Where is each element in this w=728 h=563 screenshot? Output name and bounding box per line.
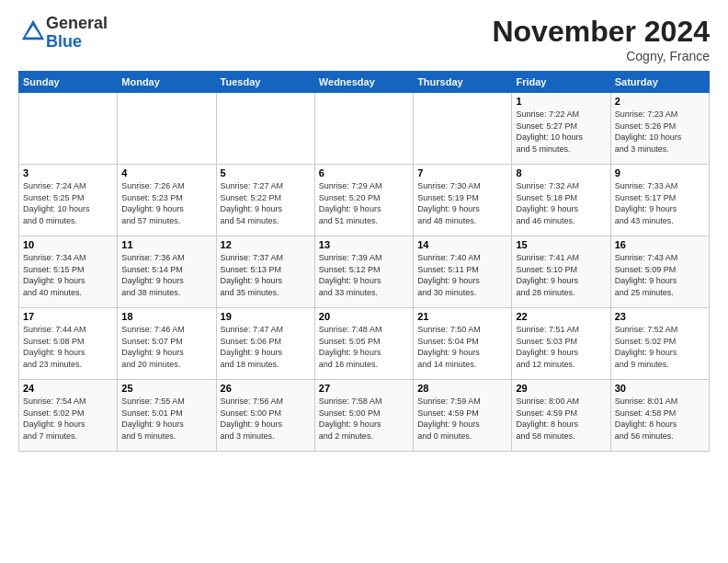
col-friday: Friday <box>512 72 610 93</box>
day-number: 28 <box>417 383 507 394</box>
day-info: Sunrise: 7:59 AM Sunset: 4:59 PM Dayligh… <box>417 396 507 442</box>
week-row-2: 3Sunrise: 7:24 AM Sunset: 5:25 PM Daylig… <box>19 165 710 236</box>
day-number: 26 <box>221 383 311 394</box>
day-number: 11 <box>121 239 211 250</box>
col-thursday: Thursday <box>414 72 512 93</box>
day-number: 12 <box>221 239 311 250</box>
day-number: 15 <box>516 239 606 250</box>
day-info: Sunrise: 7:43 AM Sunset: 5:09 PM Dayligh… <box>615 252 705 298</box>
day-number: 1 <box>516 96 606 107</box>
day-cell-2-4: 14Sunrise: 7:40 AM Sunset: 5:11 PM Dayli… <box>414 236 512 308</box>
calendar-table: Sunday Monday Tuesday Wednesday Thursday… <box>18 71 710 452</box>
day-info: Sunrise: 7:36 AM Sunset: 5:14 PM Dayligh… <box>121 252 211 298</box>
day-cell-1-5: 8Sunrise: 7:32 AM Sunset: 5:18 PM Daylig… <box>512 165 610 236</box>
col-sunday: Sunday <box>19 72 118 93</box>
day-info: Sunrise: 7:51 AM Sunset: 5:03 PM Dayligh… <box>516 324 606 370</box>
day-cell-0-4 <box>414 93 512 165</box>
logo-text: General Blue <box>46 15 108 52</box>
col-saturday: Saturday <box>610 72 709 93</box>
day-number: 22 <box>516 311 606 322</box>
day-cell-2-0: 10Sunrise: 7:34 AM Sunset: 5:15 PM Dayli… <box>19 236 118 308</box>
day-info: Sunrise: 7:32 AM Sunset: 5:18 PM Dayligh… <box>516 180 606 226</box>
col-monday: Monday <box>118 72 216 93</box>
day-info: Sunrise: 7:56 AM Sunset: 5:00 PM Dayligh… <box>221 396 311 442</box>
day-number: 10 <box>23 239 113 250</box>
day-cell-1-3: 6Sunrise: 7:29 AM Sunset: 5:20 PM Daylig… <box>314 165 413 236</box>
day-cell-4-0: 24Sunrise: 7:54 AM Sunset: 5:02 PM Dayli… <box>19 380 118 452</box>
day-cell-0-0 <box>19 93 118 165</box>
day-cell-3-3: 20Sunrise: 7:48 AM Sunset: 5:05 PM Dayli… <box>314 308 413 380</box>
day-info: Sunrise: 7:48 AM Sunset: 5:05 PM Dayligh… <box>319 324 409 370</box>
day-number: 19 <box>221 311 311 322</box>
week-row-4: 17Sunrise: 7:44 AM Sunset: 5:08 PM Dayli… <box>19 308 710 380</box>
day-info: Sunrise: 7:47 AM Sunset: 5:06 PM Dayligh… <box>221 324 311 370</box>
day-info: Sunrise: 8:00 AM Sunset: 4:59 PM Dayligh… <box>516 396 606 442</box>
day-number: 13 <box>319 239 409 250</box>
day-cell-3-1: 18Sunrise: 7:46 AM Sunset: 5:07 PM Dayli… <box>118 308 216 380</box>
logo: General Blue <box>18 15 108 52</box>
day-number: 24 <box>23 383 113 394</box>
week-row-5: 24Sunrise: 7:54 AM Sunset: 5:02 PM Dayli… <box>19 380 710 452</box>
day-info: Sunrise: 7:27 AM Sunset: 5:22 PM Dayligh… <box>221 180 311 226</box>
day-info: Sunrise: 7:37 AM Sunset: 5:13 PM Dayligh… <box>221 252 311 298</box>
day-info: Sunrise: 7:50 AM Sunset: 5:04 PM Dayligh… <box>417 324 507 370</box>
day-info: Sunrise: 7:29 AM Sunset: 5:20 PM Dayligh… <box>319 180 409 226</box>
day-info: Sunrise: 7:22 AM Sunset: 5:27 PM Dayligh… <box>516 109 606 155</box>
location: Cogny, France <box>492 49 710 63</box>
day-number: 17 <box>23 311 113 322</box>
day-cell-3-4: 21Sunrise: 7:50 AM Sunset: 5:04 PM Dayli… <box>414 308 512 380</box>
day-cell-0-6: 2Sunrise: 7:23 AM Sunset: 5:26 PM Daylig… <box>610 93 709 165</box>
day-info: Sunrise: 7:40 AM Sunset: 5:11 PM Dayligh… <box>417 252 507 298</box>
day-cell-2-5: 15Sunrise: 7:41 AM Sunset: 5:10 PM Dayli… <box>512 236 610 308</box>
day-info: Sunrise: 7:58 AM Sunset: 5:00 PM Dayligh… <box>319 396 409 442</box>
day-info: Sunrise: 7:55 AM Sunset: 5:01 PM Dayligh… <box>121 396 211 442</box>
day-cell-4-3: 27Sunrise: 7:58 AM Sunset: 5:00 PM Dayli… <box>314 380 413 452</box>
day-number: 14 <box>417 239 507 250</box>
day-number: 4 <box>121 167 211 178</box>
day-cell-1-0: 3Sunrise: 7:24 AM Sunset: 5:25 PM Daylig… <box>19 165 118 236</box>
day-number: 25 <box>121 383 211 394</box>
day-info: Sunrise: 7:23 AM Sunset: 5:26 PM Dayligh… <box>615 109 705 155</box>
day-cell-3-2: 19Sunrise: 7:47 AM Sunset: 5:06 PM Dayli… <box>216 308 314 380</box>
day-info: Sunrise: 7:44 AM Sunset: 5:08 PM Dayligh… <box>23 324 113 370</box>
day-cell-0-2 <box>216 93 314 165</box>
day-cell-2-3: 13Sunrise: 7:39 AM Sunset: 5:12 PM Dayli… <box>314 236 413 308</box>
logo-icon <box>20 18 46 44</box>
day-cell-2-1: 11Sunrise: 7:36 AM Sunset: 5:14 PM Dayli… <box>118 236 216 308</box>
day-info: Sunrise: 7:33 AM Sunset: 5:17 PM Dayligh… <box>615 180 705 226</box>
day-cell-1-6: 9Sunrise: 7:33 AM Sunset: 5:17 PM Daylig… <box>610 165 709 236</box>
day-number: 18 <box>121 311 211 322</box>
day-info: Sunrise: 7:52 AM Sunset: 5:02 PM Dayligh… <box>615 324 705 370</box>
day-number: 7 <box>417 167 507 178</box>
logo-blue: Blue <box>46 32 82 51</box>
day-info: Sunrise: 7:24 AM Sunset: 5:25 PM Dayligh… <box>23 180 113 226</box>
day-cell-0-3 <box>314 93 413 165</box>
day-cell-0-5: 1Sunrise: 7:22 AM Sunset: 5:27 PM Daylig… <box>512 93 610 165</box>
week-row-1: 1Sunrise: 7:22 AM Sunset: 5:27 PM Daylig… <box>19 93 710 165</box>
logo-general: General <box>46 14 108 32</box>
week-row-3: 10Sunrise: 7:34 AM Sunset: 5:15 PM Dayli… <box>19 236 710 308</box>
day-cell-4-5: 29Sunrise: 8:00 AM Sunset: 4:59 PM Dayli… <box>512 380 610 452</box>
day-cell-4-1: 25Sunrise: 7:55 AM Sunset: 5:01 PM Dayli… <box>118 380 216 452</box>
day-number: 30 <box>615 383 705 394</box>
day-info: Sunrise: 7:39 AM Sunset: 5:12 PM Dayligh… <box>319 252 409 298</box>
day-number: 29 <box>516 383 606 394</box>
title-block: November 2024 Cogny, France <box>492 15 710 63</box>
day-number: 27 <box>319 383 409 394</box>
day-cell-4-4: 28Sunrise: 7:59 AM Sunset: 4:59 PM Dayli… <box>414 380 512 452</box>
day-cell-3-0: 17Sunrise: 7:44 AM Sunset: 5:08 PM Dayli… <box>19 308 118 380</box>
day-info: Sunrise: 7:41 AM Sunset: 5:10 PM Dayligh… <box>516 252 606 298</box>
day-cell-4-2: 26Sunrise: 7:56 AM Sunset: 5:00 PM Dayli… <box>216 380 314 452</box>
day-number: 9 <box>615 167 705 178</box>
day-cell-2-6: 16Sunrise: 7:43 AM Sunset: 5:09 PM Dayli… <box>610 236 709 308</box>
page: General Blue November 2024 Cogny, France… <box>0 0 728 563</box>
calendar-header-row: Sunday Monday Tuesday Wednesday Thursday… <box>19 72 710 93</box>
day-number: 8 <box>516 167 606 178</box>
month-title: November 2024 <box>492 15 710 49</box>
day-cell-3-5: 22Sunrise: 7:51 AM Sunset: 5:03 PM Dayli… <box>512 308 610 380</box>
col-wednesday: Wednesday <box>314 72 413 93</box>
day-cell-1-4: 7Sunrise: 7:30 AM Sunset: 5:19 PM Daylig… <box>414 165 512 236</box>
day-cell-2-2: 12Sunrise: 7:37 AM Sunset: 5:13 PM Dayli… <box>216 236 314 308</box>
day-number: 23 <box>615 311 705 322</box>
day-info: Sunrise: 7:46 AM Sunset: 5:07 PM Dayligh… <box>121 324 211 370</box>
